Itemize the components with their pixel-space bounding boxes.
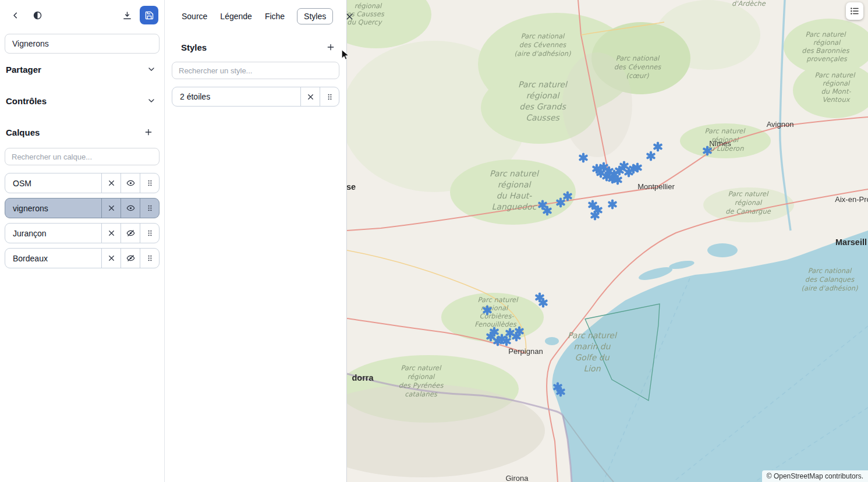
styles-heading-row: Styles [172,29,339,62]
vigneron-marker[interactable] [564,193,571,200]
remove-layer-button[interactable] [101,224,121,243]
map-label: Parc naturel [705,127,746,135]
map-label: Parc naturel [815,71,856,79]
vigneron-marker[interactable] [503,338,509,345]
eye-icon [126,204,135,212]
save-button[interactable] [140,6,158,24]
map-label: des Baronnies [802,47,849,55]
vigneron-marker[interactable] [621,162,627,170]
map-attribution[interactable]: © OpenStreetMap contributors. [762,470,868,482]
vigneron-marker[interactable] [704,147,710,155]
add-style-button[interactable] [323,40,338,55]
layer-row-jurancon[interactable]: Jurançon [5,223,160,243]
layer-drag-handle[interactable] [140,249,159,268]
map-label: catalanes [405,390,438,398]
eye-off-icon [126,229,135,238]
vigneron-marker[interactable] [539,201,545,209]
map-label: Languedoc [492,202,537,211]
project-title-input[interactable] [5,34,160,54]
layer-drag-handle[interactable] [140,173,159,193]
toggle-visibility-button[interactable] [121,199,140,218]
vigneron-marker[interactable] [654,143,661,151]
style-search-input[interactable] [172,62,339,79]
map-canvas[interactable]: régionaldes Caussesdu QuercyParc nationa… [347,0,868,482]
section-partager[interactable]: Partager [5,54,160,85]
map-label: Parc naturel [806,30,847,38]
vigneron-marker[interactable] [634,164,640,172]
vigneron-marker[interactable] [540,299,546,307]
remove-layer-button[interactable] [101,173,121,193]
map-label: Girona [505,474,529,482]
map-label: Parc naturel [568,331,618,340]
grip-icon [146,229,154,238]
map-label: Parc naturel [478,296,519,304]
remove-style-button[interactable] [300,87,320,106]
map-label: Avignon [767,120,794,129]
close-icon [107,179,116,187]
layer-name: Bordeaux [5,249,101,268]
styles-heading: Styles [181,42,207,52]
tab-styles[interactable]: Styles [297,8,333,24]
layer-name: Jurançon [5,224,101,243]
close-panel-button[interactable] [345,8,355,24]
map-label: Corbières- [479,312,514,320]
remove-layer-button[interactable] [101,199,121,218]
map-label: dorra [352,373,374,382]
layer-row-osm[interactable]: OSM [5,173,160,193]
style-row[interactable]: 2 étoiles [172,87,339,107]
toggle-visibility-button[interactable] [121,224,140,243]
map-label: du Haut- [497,191,533,200]
map-label: régional [498,180,532,189]
vigneron-marker[interactable] [494,338,501,345]
map-label: Nîmes [709,139,731,148]
layer-row-vignerons[interactable]: vignerons [5,198,160,218]
map-label: (aire d'adhésion) [514,49,571,58]
layer-name: vignerons [5,199,101,218]
map-label: Ventoux [823,95,851,104]
vigneron-marker[interactable] [557,199,564,207]
tab-source[interactable]: Source [181,8,208,24]
vigneron-marker[interactable] [516,328,522,335]
layer-drag-handle[interactable] [140,224,159,243]
map-label: provençales [806,55,848,63]
chevron-down-icon [147,65,156,74]
layer-drag-handle[interactable] [140,199,159,218]
toggle-visibility-button[interactable] [121,173,140,193]
tab-legende[interactable]: Légende [219,8,253,24]
map-label: Aix-en-Pro [835,195,868,204]
style-drag-handle[interactable] [320,87,339,106]
export-button[interactable] [118,6,136,24]
theme-toggle-button[interactable] [28,6,47,24]
vigneron-marker[interactable] [614,176,621,184]
section-controles[interactable]: Contrôles [5,85,160,116]
vigneron-marker[interactable] [580,154,586,162]
vigneron-marker[interactable] [597,169,604,177]
layer-row-bordeaux[interactable]: Bordeaux [5,248,160,268]
style-name: 2 étoiles [172,87,300,106]
map-label: Parc national [808,267,852,275]
map-label: Parc naturel [490,169,540,178]
vigneron-marker[interactable] [487,333,494,341]
plus-icon [144,127,153,137]
map-label: des Calanques [805,275,855,283]
toggle-visibility-button[interactable] [121,249,140,268]
back-button[interactable] [6,6,24,24]
vigneron-marker[interactable] [506,329,513,337]
map-label: d'Ardèche [732,0,766,8]
vigneron-marker[interactable] [544,207,550,215]
remove-layer-button[interactable] [101,249,121,268]
add-layer-button[interactable] [141,125,156,140]
map-label: régional [526,91,561,100]
app: Partager Contrôles Calques OSM [0,0,868,482]
vigneron-marker[interactable] [484,307,490,314]
map-legend-button[interactable] [846,2,863,20]
vigneron-marker[interactable] [591,212,598,219]
eye-off-icon [126,254,135,263]
vigneron-marker[interactable] [609,201,615,208]
layer-name: OSM [5,173,101,193]
map-label: des Cévennes [519,41,567,49]
tab-fiche[interactable]: Fiche [264,8,285,24]
layer-search-input[interactable] [5,148,160,165]
vigneron-marker[interactable] [647,153,654,160]
vigneron-marker[interactable] [557,388,564,396]
